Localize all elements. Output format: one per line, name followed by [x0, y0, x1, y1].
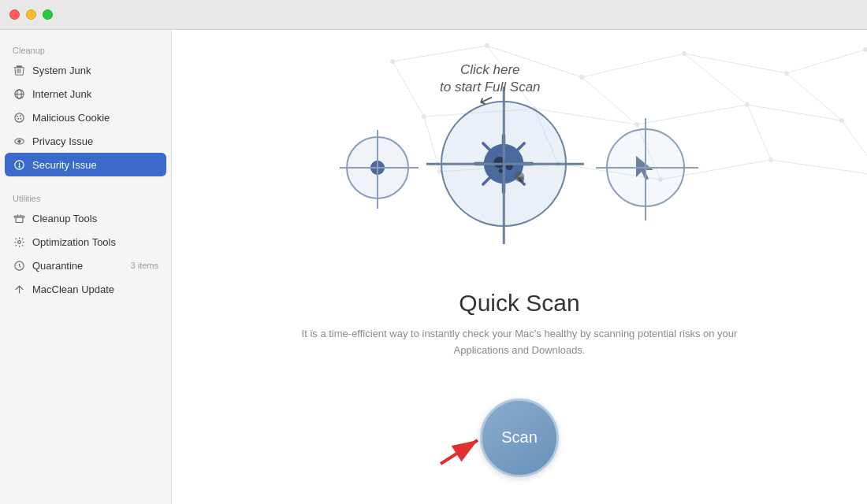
sidebar-item-quarantine[interactable]: Quarantine 3 items [0, 254, 171, 277]
svg-point-10 [17, 139, 20, 142]
optimization-tools-icon [13, 235, 25, 248]
right-crosshair [606, 128, 693, 215]
security-issue-icon [13, 158, 25, 171]
system-junk-icon [13, 64, 25, 76]
sidebar-label-security-issue: Security Issue [32, 159, 158, 171]
svg-line-63 [518, 143, 524, 150]
sidebar-item-malicious-cookie[interactable]: Malicious Cookie [0, 106, 171, 129]
svg-point-4 [14, 113, 23, 121]
sidebar-item-privacy-issue[interactable]: Privacy Issue [0, 129, 171, 153]
cleanup-tools-icon [13, 212, 25, 224]
svg-rect-0 [17, 65, 21, 66]
svg-rect-14 [14, 216, 24, 217]
left-crosshair [346, 136, 417, 207]
main-content: .ndot{fill:#aabbd0;} .nline{stroke:#aabb… [172, 30, 867, 504]
svg-line-73 [441, 440, 478, 464]
sidebar-item-macclean-update[interactable]: MacClean Update [0, 277, 171, 301]
sidebar-item-system-junk[interactable]: System Junk [0, 58, 171, 82]
svg-point-13 [19, 166, 20, 167]
sidebar-label-quarantine: Quarantine [32, 260, 124, 272]
svg-line-64 [483, 178, 489, 184]
svg-line-62 [483, 143, 489, 150]
title-bar [0, 0, 867, 30]
malicious-cookie-icon [13, 111, 25, 124]
internet-junk-icon [13, 87, 25, 100]
sidebar-item-security-issue[interactable]: Security Issue [5, 153, 166, 176]
traffic-lights [9, 9, 53, 20]
sidebar-item-cleanup-tools[interactable]: Cleanup Tools [0, 206, 171, 230]
sidebar-label-system-junk: System Junk [32, 65, 158, 76]
center-crosshair[interactable] [441, 101, 582, 243]
sidebar-label-internet-junk: Internet Junk [32, 88, 158, 100]
privacy-issue-icon [13, 135, 25, 147]
click-here-label: Click here to start Full Scan ↙ [440, 61, 541, 96]
scan-button-area: Scan [480, 398, 559, 477]
sidebar-label-optimization-tools: Optimization Tools [32, 236, 158, 248]
close-button[interactable] [9, 9, 20, 20]
scan-button[interactable]: Scan [480, 398, 559, 477]
scan-visual: Click here to start Full Scan ↙ [172, 54, 867, 290]
quarantine-icon [13, 259, 25, 272]
macclean-update-icon [13, 283, 25, 295]
quarantine-badge: 3 items [131, 261, 158, 270]
app-body: Cleanup System Junk Internet Junk [0, 30, 867, 504]
sidebar-item-internet-junk[interactable]: Internet Junk [0, 82, 171, 106]
maximize-button[interactable] [43, 9, 53, 20]
sidebar-label-malicious-cookie: Malicious Cookie [32, 112, 158, 124]
sidebar-label-privacy-issue: Privacy Issue [32, 135, 158, 147]
sidebar-label-cleanup-tools: Cleanup Tools [32, 213, 158, 224]
svg-point-17 [17, 240, 20, 243]
scan-button-label: Scan [501, 428, 538, 447]
utilities-section-label: Utilities [0, 184, 171, 206]
sidebar: Cleanup System Junk Internet Junk [0, 30, 172, 504]
red-arrow [437, 431, 484, 473]
cleanup-section-label: Cleanup [0, 36, 171, 58]
minimize-button[interactable] [26, 9, 36, 20]
svg-point-70 [519, 176, 524, 182]
sidebar-item-optimization-tools[interactable]: Optimization Tools [0, 230, 171, 254]
sidebar-label-macclean-update: MacClean Update [32, 284, 158, 295]
